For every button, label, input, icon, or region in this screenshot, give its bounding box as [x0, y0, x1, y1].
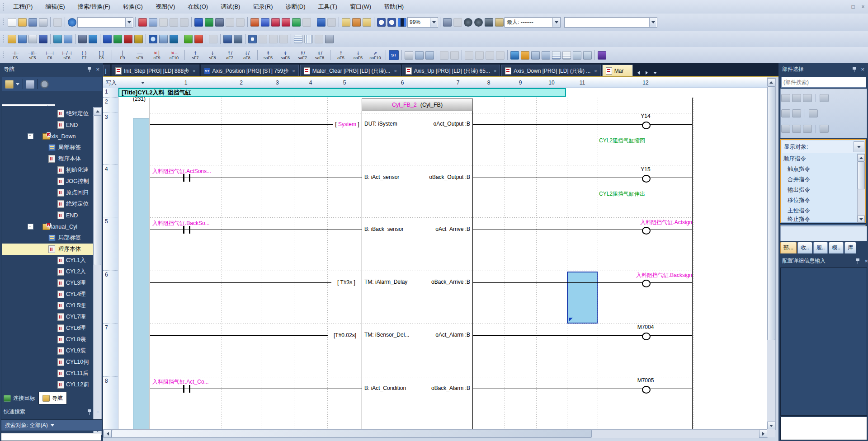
- export-icon[interactable]: [820, 125, 829, 133]
- close-icon[interactable]: ×: [864, 258, 868, 264]
- coil-y15[interactable]: [642, 175, 651, 183]
- toolbar-grip[interactable]: [2, 35, 5, 43]
- fit-width-icon[interactable]: [398, 18, 406, 27]
- note-list-icon[interactable]: [562, 51, 571, 60]
- tree-item[interactable]: CYL5理: [2, 300, 94, 311]
- menu-online[interactable]: 在线(O): [181, 0, 214, 14]
- copy-block-icon[interactable]: [475, 51, 484, 60]
- parts-search-input[interactable]: [781, 77, 866, 88]
- stamp-icon[interactable]: [53, 18, 62, 27]
- crosshair-icon[interactable]: [248, 35, 257, 43]
- library-icon[interactable]: [170, 35, 178, 43]
- operand-t3s[interactable]: [ T#3s ]: [331, 279, 361, 286]
- register-table-icon[interactable]: [820, 94, 829, 102]
- selected-cell[interactable]: [567, 272, 598, 324]
- parts-list-item[interactable]: 顺序指令: [781, 154, 857, 164]
- find-contact-icon[interactable]: [292, 18, 301, 27]
- binocular-icon[interactable]: [234, 35, 242, 43]
- edit-coil-icon[interactable]: [405, 51, 413, 60]
- zoom-combobox[interactable]: 99%: [407, 17, 438, 28]
- vertical-line-button[interactable]: │F9: [114, 48, 131, 63]
- tab-axis-up[interactable]: Axis_Up [PRG] [LD] (只读) 65...×: [402, 65, 500, 77]
- tree-scrollbar[interactable]: [93, 107, 102, 435]
- max-combobox[interactable]: 最大: -------: [505, 17, 561, 28]
- tree-item[interactable]: 局部标签: [2, 232, 94, 244]
- menu-convert[interactable]: 转换(C): [117, 0, 149, 14]
- tree-item[interactable]: CYL8装: [2, 334, 94, 345]
- open-project-icon[interactable]: [18, 18, 27, 27]
- config-panel-input-area[interactable]: [780, 417, 867, 440]
- tree-item[interactable]: 绝对定位: [2, 198, 94, 210]
- close-icon[interactable]: ×: [96, 66, 99, 72]
- application-instruction-button[interactable]: [ ]F8: [93, 48, 109, 63]
- delete-icon[interactable]: [803, 125, 812, 133]
- tree-item-folder[interactable]: Manual_Cyl: [2, 221, 94, 232]
- write-mode-icon[interactable]: [496, 51, 505, 60]
- contact-bar[interactable]: [189, 174, 190, 182]
- parts-list-item[interactable]: 输出指令: [781, 185, 857, 196]
- tab-close-icon[interactable]: ×: [594, 68, 597, 74]
- pin-icon[interactable]: [87, 409, 91, 415]
- menu-search-replace[interactable]: 搜索/替换(F): [71, 0, 117, 14]
- device-verify-icon[interactable]: [215, 18, 224, 27]
- tree-item[interactable]: END: [2, 119, 94, 131]
- pulse-closed-branch-button[interactable]: ↓/aF8: [239, 48, 255, 63]
- pulse-open-contact-button[interactable]: ↑sF7: [187, 48, 203, 63]
- pin-icon[interactable]: [87, 66, 91, 72]
- menu-view[interactable]: 视图(V): [149, 0, 181, 14]
- menu-diagnostics[interactable]: 诊断(D): [279, 0, 311, 14]
- parts-list-item[interactable]: 主控指令: [781, 206, 857, 216]
- delete-horizontal-line-button[interactable]: ✕─cF10: [166, 48, 182, 63]
- read-mode-icon[interactable]: [486, 51, 494, 60]
- keyword-combobox[interactable]: [77, 17, 133, 28]
- new-project-icon[interactable]: [8, 18, 16, 27]
- tab-manual-cyl-active[interactable]: Mar: [602, 65, 633, 77]
- project-tree-icon[interactable]: [8, 35, 16, 43]
- collapse-icon[interactable]: [583, 51, 592, 60]
- pause-icon[interactable]: [453, 18, 462, 27]
- plc-transfer-icon[interactable]: [485, 18, 493, 27]
- menu-window[interactable]: 窗口(W): [344, 0, 377, 14]
- dev-yellow-icon[interactable]: [134, 35, 143, 43]
- menu-project[interactable]: 工程(P): [7, 0, 39, 14]
- search-scope-button[interactable]: 搜索对象: 全部(A): [1, 419, 102, 431]
- closed-branch-button[interactable]: ⊢/⊣sF6: [59, 48, 75, 63]
- tab-partial[interactable]: ]: [103, 65, 110, 77]
- pulse-ndet-contact-button[interactable]: ↟saF5: [260, 48, 276, 63]
- tree-item[interactable]: CYL4理: [2, 289, 94, 300]
- tree-item[interactable]: 原点回归: [2, 187, 94, 198]
- st-editor-icon[interactable]: [64, 35, 72, 43]
- gear-icon[interactable]: [40, 80, 49, 89]
- tab-close-icon[interactable]: ×: [494, 68, 496, 74]
- cube-icon[interactable]: [279, 35, 288, 43]
- tab-close-icon[interactable]: ×: [292, 68, 295, 74]
- edit-block-icon[interactable]: [465, 51, 473, 60]
- tree-item[interactable]: CYL9装: [2, 345, 94, 357]
- convert-check-icon[interactable]: [464, 18, 472, 27]
- coil-button[interactable]: ( )F7: [76, 48, 92, 63]
- operand-system[interactable]: [ System ]: [333, 121, 362, 127]
- paste-icon[interactable]: [159, 18, 168, 27]
- find-next-icon[interactable]: [792, 94, 801, 102]
- jump-icon[interactable]: [531, 51, 540, 60]
- tab-history[interactable]: 履..: [813, 242, 828, 253]
- function-block-header[interactable]: Cyl_FB_2 (Cyl_FB): [362, 99, 473, 111]
- redo-icon[interactable]: [180, 18, 189, 27]
- coil-m7004[interactable]: [642, 333, 651, 340]
- align-col-icon[interactable]: [304, 35, 313, 43]
- tree-item[interactable]: CYL12前: [2, 379, 94, 390]
- coil-actsign[interactable]: [642, 227, 651, 235]
- parts-list-item[interactable]: 合并指令: [781, 174, 857, 185]
- device-diff-icon[interactable]: [226, 18, 234, 27]
- contact-bar[interactable]: [189, 385, 190, 393]
- save-icon[interactable]: [28, 18, 37, 27]
- check-program-icon[interactable]: [184, 35, 193, 43]
- tree-item[interactable]: CYL3理: [2, 277, 94, 289]
- insert-row-icon[interactable]: [440, 51, 448, 60]
- options-icon[interactable]: [325, 35, 334, 43]
- toolbar-grip[interactable]: [2, 18, 5, 26]
- pulse-closed-contact-button[interactable]: ↓sF8: [204, 48, 221, 63]
- pulse-ndet-closed-branch-button[interactable]: ↡/saF8: [311, 48, 328, 63]
- tree-item[interactable]: 程序本体: [2, 153, 94, 164]
- table-icon[interactable]: [315, 35, 323, 43]
